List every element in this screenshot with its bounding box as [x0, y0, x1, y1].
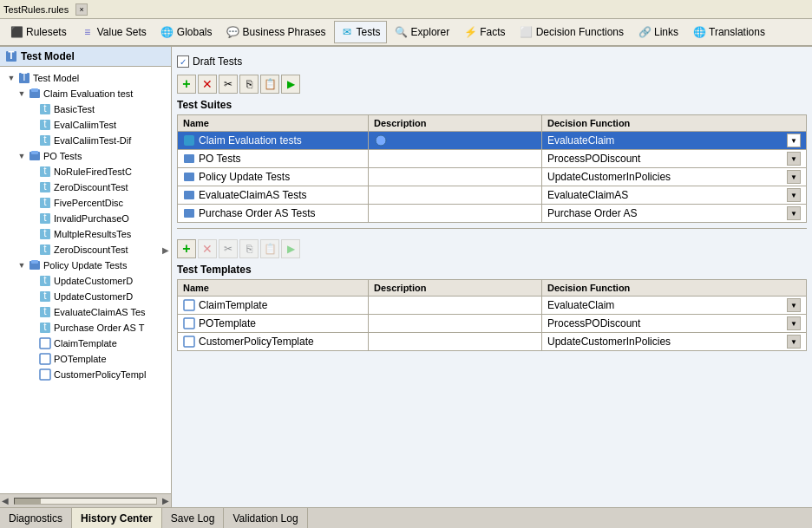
scroll-thumb[interactable]: [15, 499, 41, 504]
tree-item-multiple[interactable]: t MultpleResultsTes: [0, 226, 171, 242]
svg-rect-38: [40, 369, 50, 380]
tmpl-df-dropdown[interactable]: UpdateCustomerInPolicies▼: [547, 335, 801, 349]
tree-item-eval-claim-dif[interactable]: t EvalCaliimTest-Dif: [0, 133, 171, 148]
suite-df[interactable]: UpdateCustomerInPolicies▼: [542, 168, 807, 186]
template-df[interactable]: ProcessPODiscount▼: [542, 315, 807, 333]
tab-links-label: Links: [654, 26, 678, 38]
status-tab-diagnostics[interactable]: Diagnostics: [0, 508, 72, 528]
template-df[interactable]: UpdateCustomerInPolicies▼: [542, 333, 807, 351]
tree-item-cust-template[interactable]: CustomerPolicyTempl: [0, 367, 171, 382]
delete-suite-button[interactable]: ✕: [198, 75, 217, 94]
spacer: [28, 199, 36, 207]
delete-template-button[interactable]: ✕: [198, 239, 217, 258]
suite-df[interactable]: Purchase Order AS▼: [542, 205, 807, 223]
tab-bp[interactable]: 💬 Business Phrases: [220, 21, 332, 43]
run-template-button[interactable]: ▶: [281, 239, 300, 258]
suite-row[interactable]: Purchase Order AS TestsPurchase Order AS…: [178, 205, 807, 223]
tmpl-df-dropdown-btn[interactable]: ▼: [787, 298, 801, 312]
cut-suite-button[interactable]: ✂: [219, 75, 238, 94]
tree-item-claim-eval[interactable]: ▼ Claim Evaluation test: [0, 86, 171, 101]
template-row[interactable]: CustomerPolicyTemplateUpdateCustomerInPo…: [178, 333, 807, 351]
tree-item-invalid-po[interactable]: t InvalidPurchaseO: [0, 211, 171, 226]
tree-item-eval-claim-as[interactable]: t EvaluateClaimAS Tes: [0, 304, 171, 320]
tab-links[interactable]: 🔗 Links: [632, 21, 684, 43]
copy-template-button[interactable]: ⎘: [239, 239, 259, 258]
df-dropdown[interactable]: UpdateCustomerInPolicies▼: [547, 170, 801, 184]
df-dropdown-btn[interactable]: ▼: [787, 188, 801, 202]
copy-suite-button[interactable]: ⎘: [239, 75, 259, 94]
tree-item-basic[interactable]: t BasicTest: [0, 101, 171, 117]
tree-item-no-rule[interactable]: t NoRuleFiredTestC: [0, 164, 171, 179]
suite-row[interactable]: Claim Evaluation testsEvaluateClaim▼: [178, 132, 807, 150]
tmpl-df-dropdown-btn[interactable]: ▼: [787, 335, 801, 349]
suites-table: Name Description Decision Function Claim…: [177, 114, 807, 223]
tree-item-zero-disc2[interactable]: t ZeroDiscountTest ▶: [0, 242, 171, 257]
add-template-button[interactable]: +: [177, 239, 196, 258]
scroll-left-btn[interactable]: ◀: [0, 496, 10, 505]
tree-item-policy-suite[interactable]: ▼ Policy Update Tests: [0, 257, 171, 273]
templates-table: Name Description Decision Function Claim…: [177, 279, 807, 351]
tree-item-update2[interactable]: t UpdateCustomerD: [0, 289, 171, 304]
suite-df[interactable]: ProcessPODiscount▼: [542, 150, 807, 168]
tree-item-claim-template[interactable]: ClaimTemplate: [0, 336, 171, 351]
add-icon: +: [182, 76, 190, 92]
tree-item-po-tests[interactable]: ▼ PO Tests: [0, 148, 171, 164]
df-dropdown-btn[interactable]: ▼: [787, 170, 801, 184]
tree-item-five-pct[interactable]: t FivePercentDisc: [0, 195, 171, 211]
test-icon7: t: [38, 212, 52, 225]
tmpl-df-dropdown[interactable]: EvaluateClaim▼: [547, 298, 801, 312]
scroll-track[interactable]: [14, 498, 157, 505]
suite-row[interactable]: Policy Update TestsUpdateCustomerInPolic…: [178, 168, 807, 186]
template-row[interactable]: ClaimTemplateEvaluateClaim▼: [178, 297, 807, 315]
tab-tests[interactable]: ✉ Tests: [334, 21, 387, 43]
copy-tmpl-icon: ⎘: [246, 243, 252, 255]
tree-item-zero-disc[interactable]: t ZeroDiscountTest: [0, 179, 171, 195]
run-suite-button[interactable]: ▶: [281, 75, 300, 94]
df-dropdown-btn[interactable]: ▼: [787, 134, 801, 147]
tree-item-eval-claim[interactable]: t EvalCaliimTest: [0, 117, 171, 133]
suite-row[interactable]: PO TestsProcessPODiscount▼: [178, 150, 807, 168]
df-dropdown[interactable]: ProcessPODiscount▼: [547, 152, 801, 166]
suite-df[interactable]: EvaluateClaim▼: [542, 132, 807, 150]
tree-label-po-as: Purchase Order AS T: [54, 323, 144, 333]
status-tab-save-log[interactable]: Save Log: [162, 508, 225, 528]
tab-explorer[interactable]: 🔍 Explorer: [389, 21, 456, 43]
tree-item-root[interactable]: ▼ T Test Model: [0, 70, 171, 86]
draft-tests-checkbox[interactable]: ✓: [177, 55, 189, 68]
tab-translations[interactable]: 🌐 Translations: [686, 21, 771, 43]
df-dropdown[interactable]: EvaluateClaim▼: [547, 134, 801, 147]
tab-globals[interactable]: 🌐 Globals: [154, 21, 219, 43]
add-suite-button[interactable]: +: [177, 75, 196, 94]
paste-template-button[interactable]: 📋: [260, 239, 279, 258]
df-dropdown-btn[interactable]: ▼: [787, 206, 801, 220]
template-row[interactable]: POTemplateProcessPODiscount▼: [178, 315, 807, 333]
spacer: [28, 370, 36, 379]
tree-item-po-as[interactable]: t Purchase Order AS T: [0, 320, 171, 336]
df-dropdown[interactable]: EvaluateClaimAS▼: [547, 188, 801, 202]
tab-facts[interactable]: ⚡ Facts: [457, 21, 511, 43]
spacer: [28, 183, 36, 192]
left-panel: T Test Model ▼ T Test Model ▼ Claim Eval…: [0, 47, 172, 507]
tree-scrollbar[interactable]: ◀ ▶: [0, 493, 171, 507]
status-tab-history[interactable]: History Center: [72, 508, 162, 528]
title-bar: TestRules.rules ×: [0, 0, 812, 19]
tree-label-invalid-po: InvalidPurchaseO: [54, 213, 129, 224]
template-df[interactable]: EvaluateClaim▼: [542, 297, 807, 315]
tab-rulesets[interactable]: ⬛ Rulesets: [3, 21, 73, 43]
tree-area[interactable]: ▼ T Test Model ▼ Claim Evaluation test t: [0, 67, 171, 493]
tab-valuesets[interactable]: ≡ Value Sets: [75, 21, 153, 43]
status-tab-validation[interactable]: Validation Log: [224, 508, 307, 528]
paste-suite-button[interactable]: 📋: [260, 75, 279, 94]
suite-row[interactable]: EvaluateClaimAS TestsEvaluateClaimAS▼: [178, 186, 807, 205]
suite-df[interactable]: EvaluateClaimAS▼: [542, 186, 807, 205]
tree-item-update1[interactable]: t UpdateCustomerD: [0, 273, 171, 289]
cut-template-button[interactable]: ✂: [219, 239, 238, 258]
window-close-button[interactable]: ×: [75, 3, 88, 16]
df-dropdown-btn[interactable]: ▼: [787, 152, 801, 166]
df-dropdown[interactable]: Purchase Order AS▼: [547, 206, 801, 220]
tab-df[interactable]: ⬜ Decision Functions: [514, 21, 630, 43]
scroll-right-btn[interactable]: ▶: [160, 496, 171, 505]
tmpl-df-dropdown-btn[interactable]: ▼: [787, 316, 801, 330]
tree-item-po-template[interactable]: POTemplate: [0, 351, 171, 367]
tmpl-df-dropdown[interactable]: ProcessPODiscount▼: [547, 316, 801, 330]
